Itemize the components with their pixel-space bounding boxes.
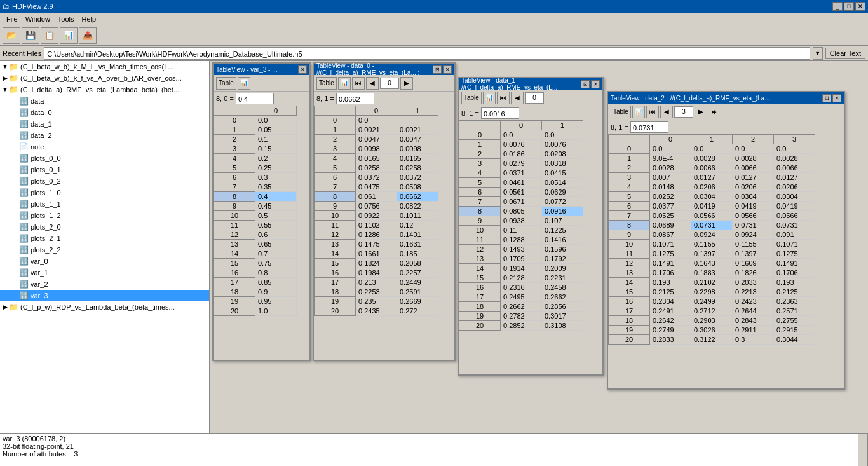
table-data1-data[interactable]: 0 1 00.00.010.00760.007620.01860.020830.…	[459, 120, 602, 374]
cell[interactable]: 0.7	[255, 249, 297, 259]
cell[interactable]: 0.0372	[356, 173, 397, 182]
table-data1-ext[interactable]: ⊡	[581, 80, 590, 88]
cell[interactable]: 0.0028	[650, 163, 691, 173]
cell[interactable]: 0.2316	[501, 283, 542, 292]
cell[interactable]: 0.193	[650, 278, 691, 287]
info-side-scrollbar[interactable]	[858, 433, 868, 466]
cell[interactable]: 0.0415	[542, 168, 583, 178]
tree-item-plots_2_0[interactable]: 🔢 plots_2_0	[0, 221, 209, 233]
cell[interactable]: 0.2915	[774, 326, 815, 335]
cell[interactable]: 0.0	[733, 144, 774, 154]
cell[interactable]: 0.2009	[542, 264, 583, 273]
cell[interactable]: 0.2571	[774, 306, 815, 316]
cell[interactable]: 0.0371	[501, 168, 542, 178]
cell[interactable]: 0.2833	[650, 335, 691, 345]
tree-item-data[interactable]: 🔢 data	[0, 95, 209, 107]
cell[interactable]: 0.2	[255, 154, 297, 163]
tree-item-c_l_p_w[interactable]: ▶ 📁 (C_l_p_w)_RDP_vs_Lambda_beta_(beta_t…	[0, 301, 209, 313]
table-data2-last-btn[interactable]: ⏭	[709, 106, 721, 118]
cell[interactable]: 0.0	[255, 116, 297, 125]
table-data1-title-bar[interactable]: TableView - data_1 - //(C_l_delta_a)_RME…	[459, 78, 602, 90]
cell[interactable]: 0.1288	[501, 235, 542, 245]
cell[interactable]: 0.2102	[691, 278, 733, 287]
minimize-btn[interactable]: _	[832, 2, 843, 11]
cell[interactable]: 0.0629	[542, 188, 583, 197]
cell[interactable]: 0.15	[255, 144, 297, 154]
cell[interactable]: 0.3044	[774, 335, 815, 345]
cell[interactable]: 0.1596	[542, 245, 583, 254]
cell[interactable]: 0.272	[397, 306, 438, 316]
cell[interactable]: 0.0206	[691, 182, 733, 192]
table-data0-first-btn[interactable]: ⏮	[352, 77, 365, 90]
cell[interactable]: 0.1609	[733, 259, 774, 268]
cell[interactable]: 0.0066	[774, 163, 815, 173]
cell[interactable]: 0.45	[255, 202, 297, 211]
cell[interactable]: 0.3	[733, 335, 774, 345]
cell[interactable]: 0.0304	[774, 192, 815, 202]
cell[interactable]: 0.0127	[733, 173, 774, 182]
tree-item-data_0[interactable]: 🔢 data_0	[0, 107, 209, 118]
table-data2-prev-btn[interactable]: ◀	[660, 106, 673, 118]
cell[interactable]: 0.0772	[542, 197, 583, 207]
cell[interactable]: 0.007	[650, 173, 691, 182]
cell[interactable]: 0.1225	[542, 226, 583, 235]
cell[interactable]: 0.1155	[733, 240, 774, 249]
cell[interactable]: 0.0662	[397, 192, 438, 202]
table-data1-prev-btn[interactable]: ◀	[511, 92, 524, 104]
menu-window[interactable]: Window	[22, 14, 54, 24]
tree-item-plots_1_0[interactable]: 🔢 plots_1_0	[0, 187, 209, 198]
tree-item-c_l_beta_w_b_k_f[interactable]: ▶ 📁 (C_l_beta_w_b)_k_f_vs_A_over_b_(AR_o…	[0, 72, 209, 84]
table-data0-data[interactable]: 0 1 00.010.00210.002120.00470.004730.009…	[314, 106, 454, 360]
cell[interactable]: 0.2458	[542, 283, 583, 292]
tree-item-c_l_delta_a_rme[interactable]: ▼ 📁 (C_l_delta_a)_RME_vs_eta_(Lambda_bet…	[0, 84, 209, 95]
cell[interactable]: 0.05	[255, 125, 297, 135]
table-var3-title-bar[interactable]: TableView - var_3 - ... ✕	[214, 64, 309, 75]
cell[interactable]: 0.0475	[356, 182, 397, 192]
table-data2-ext[interactable]: ⊡	[822, 94, 831, 102]
cell[interactable]: 0.235	[356, 297, 397, 306]
cell[interactable]: 0.2843	[733, 316, 774, 326]
cell[interactable]: 0.0419	[691, 202, 733, 211]
table-data0-chart-btn[interactable]: 📊	[338, 77, 351, 90]
cell[interactable]: 0.0419	[774, 202, 815, 211]
table-data0-label-btn[interactable]: Table	[316, 77, 337, 90]
recent-files-dropdown[interactable]: ▼	[813, 47, 823, 60]
cell[interactable]: 0.0377	[650, 202, 691, 211]
cell[interactable]	[397, 116, 438, 125]
cell[interactable]: 0.85	[255, 278, 297, 287]
cell[interactable]: 0.2304	[650, 297, 691, 306]
open-file-btn[interactable]: 📂	[3, 27, 20, 44]
cell[interactable]: 0.1883	[691, 268, 733, 278]
cell[interactable]: 0.2449	[397, 278, 438, 287]
cell[interactable]: 0.0304	[691, 192, 733, 202]
cell[interactable]: 0.0924	[691, 230, 733, 240]
cell[interactable]: 0.1706	[774, 268, 815, 278]
cell[interactable]: 0.2782	[501, 312, 542, 321]
table-data2-nav-input[interactable]	[674, 106, 693, 118]
properties-btn[interactable]: 📋	[41, 27, 58, 44]
table-data2-chart-btn[interactable]: 📊	[632, 106, 645, 118]
cell[interactable]: 0.1661	[356, 249, 397, 259]
cell[interactable]: 0.1824	[356, 259, 397, 268]
cell[interactable]: 0.1397	[691, 249, 733, 259]
cell[interactable]: 0.2231	[542, 273, 583, 283]
cell[interactable]: 0.75	[255, 259, 297, 268]
cell[interactable]: 0.2642	[650, 316, 691, 326]
table-data0-prev-btn[interactable]: ◀	[366, 77, 379, 90]
table-var3-chart-btn[interactable]: 📊	[238, 77, 250, 90]
cell[interactable]: 0.1491	[650, 259, 691, 268]
cell[interactable]: 0.2755	[774, 316, 815, 326]
tree-item-note[interactable]: 📄 note	[0, 141, 209, 153]
cell[interactable]: 0.65	[255, 240, 297, 249]
cell[interactable]: 1.0	[255, 306, 297, 316]
cell[interactable]: 0.0098	[397, 144, 438, 154]
cell[interactable]: 0.0066	[733, 163, 774, 173]
cell[interactable]: 0.0	[501, 130, 542, 140]
cell[interactable]: 0.3122	[691, 335, 733, 345]
cell[interactable]: 0.2749	[650, 326, 691, 335]
cell[interactable]: 0.0258	[397, 163, 438, 173]
cell[interactable]: 0.2213	[733, 287, 774, 297]
cell[interactable]: 0.2257	[397, 268, 438, 278]
table-data1-close[interactable]: ✕	[591, 80, 600, 88]
cell[interactable]: 0.1286	[356, 230, 397, 240]
